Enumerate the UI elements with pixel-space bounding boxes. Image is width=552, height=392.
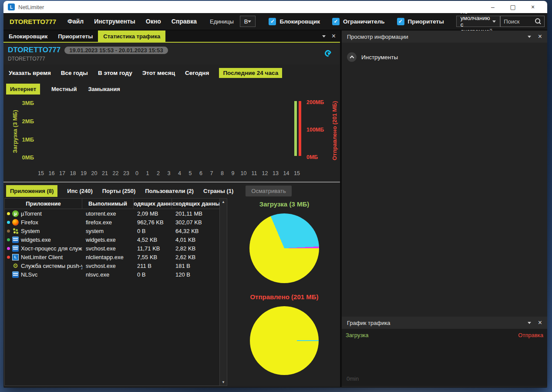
status-dot [7, 221, 10, 224]
table-row[interactable]: LNetLimiter Clientnlclientapp.exe7,55 KB… [5, 253, 219, 261]
x-axis-tick: 15 [291, 170, 303, 176]
panel-tab-0[interactable]: Блокировщик [3, 30, 53, 42]
table-scrollbar[interactable]: ▲ ▼ [219, 199, 227, 385]
scroll-down-icon[interactable]: ▼ [222, 380, 225, 384]
toggle-2[interactable]: ✓Приоритеты [397, 18, 444, 25]
category-tab-1[interactable]: Ипс (240) [67, 188, 92, 194]
column-header-0[interactable]: Приложение [5, 199, 82, 209]
menu-item-2[interactable]: Окно [146, 18, 161, 25]
category-tab-4[interactable]: Страны (1) [203, 188, 233, 194]
table-row[interactable]: Хост-процесс для службsvchost.exe11,71 K… [5, 244, 219, 253]
table-row[interactable]: µµTorrentutorrent.exe2,09 MB201,11 MB [5, 209, 219, 218]
netlimiter-icon: L [12, 254, 19, 260]
table-row[interactable]: NLSvcnlsvc.exe0 B120 B [5, 270, 219, 279]
upload-legend-label: Отправка [518, 332, 543, 338]
search-input[interactable] [504, 18, 535, 25]
window-icon [12, 271, 19, 278]
category-tab-3[interactable]: Пользователи (2) [145, 188, 194, 194]
table-row[interactable]: ⚙Служба системы push-увsvchost.exe211 B1… [5, 261, 219, 270]
close-button[interactable]: × [523, 1, 543, 13]
checkbox-icon[interactable]: ✓ [269, 18, 276, 25]
x-axis-tick: 5 [185, 170, 196, 176]
panel-menu-chevron-icon[interactable] [528, 36, 531, 40]
menu-bar: DTORETTO777 ФайлИнструментыОкноСправка Е… [3, 13, 547, 30]
panel-close-icon[interactable]: × [538, 319, 542, 326]
incoming-cell: 4,52 KB [134, 237, 172, 243]
exe-cell: svchost.exe [82, 245, 134, 252]
x-axis-tick: 18 [67, 170, 79, 176]
date-range-badge[interactable]: 19.01.2023 15:53 - 20.01.2023 15:53 [64, 47, 168, 54]
incoming-cell: 962,76 KB [134, 219, 172, 226]
panel-tabs: БлокировщикПриоритетыСтатистика трафика [3, 30, 165, 42]
scroll-up-icon[interactable]: ▲ [222, 200, 225, 204]
exe-cell: svchost.exe [82, 263, 134, 269]
window-icon [12, 245, 19, 252]
menu-item-0[interactable]: Файл [67, 18, 84, 25]
toggle-0[interactable]: ✓Блокировщик [269, 18, 320, 25]
scope-tab-0[interactable]: Интернет [6, 84, 40, 95]
panel-close-icon[interactable]: × [538, 33, 542, 40]
search-icon[interactable] [535, 18, 541, 24]
panel-tab-1[interactable]: Приоритеты [53, 30, 98, 42]
search-box[interactable] [500, 16, 545, 27]
time-filter-bar: Указать времяВсе годыВ этом годуЭтот мес… [9, 67, 282, 78]
column-header-2[interactable]: Входящих данных [134, 199, 172, 209]
utorrent-icon: µ [12, 210, 19, 217]
traffic-graph-panel: График трафика × Загрузка Отправка 0min [342, 317, 547, 386]
incoming-cell: 7,55 KB [134, 254, 172, 260]
x-axis-tick: 23 [121, 170, 132, 176]
time-filter-5[interactable]: Последние 24 часа [219, 68, 282, 78]
table-row[interactable]: widgets.exewidgets.exe4,52 KB4,01 KB [5, 235, 219, 244]
profile-name[interactable]: DTORETTO777 [10, 18, 56, 25]
panel-menu-chevron-icon[interactable] [322, 35, 326, 39]
time-filter-2[interactable]: В этом году [98, 70, 132, 76]
time-filter-0[interactable]: Указать время [9, 70, 51, 76]
outgoing-cell: 120 B [172, 271, 219, 278]
outgoing-cell: 302,07 KB [172, 219, 219, 226]
time-filter-4[interactable]: Сегодня [185, 70, 209, 76]
maximize-button[interactable]: ▢ [503, 1, 523, 13]
x-axis-tick: 20 [89, 170, 100, 176]
app-name: µTorrent [21, 210, 42, 217]
app-cell: µµTorrent [5, 210, 82, 217]
feature-toggles: ✓Блокировщик✓Ограничитель✓Приоритеты [269, 18, 444, 25]
time-filter-1[interactable]: Все годы [61, 70, 88, 76]
menu-item-1[interactable]: Инструменты [94, 18, 135, 25]
table-row[interactable]: Systemsystem0 B64,32 KB [5, 226, 219, 235]
time-filter-3[interactable]: Этот месяц [142, 70, 175, 76]
inspect-button[interactable]: Осматривать [246, 186, 291, 196]
app-cell: Хост-процесс для служб [5, 245, 82, 252]
column-header-1[interactable]: Выполнимый [82, 199, 134, 209]
status-dot [7, 230, 10, 233]
checkbox-icon[interactable]: ✓ [397, 18, 404, 25]
tools-expander[interactable]: Инструменты [347, 52, 398, 62]
panel-menu-chevron-icon[interactable] [528, 322, 531, 326]
x-axis-tick: 14 [281, 170, 292, 176]
units-select[interactable]: В [240, 16, 256, 27]
applications-table: ПриложениеВыполнимыйВходящих данныхИсход… [4, 198, 227, 386]
collapse-circle-icon[interactable] [347, 52, 357, 62]
panel-tab-2[interactable]: Статистика трафика [98, 30, 165, 42]
scope-tab-1[interactable]: Местный [51, 86, 77, 92]
app-cell: NLSvc [5, 271, 82, 278]
exe-cell: widgets.exe [82, 237, 134, 243]
info-viewer-panel: Просмотр информации × Инструменты График… [342, 30, 547, 387]
table-row[interactable]: Firefoxfirefox.exe962,76 KB302,07 KB [5, 218, 219, 226]
scope-tab-2[interactable]: Замыкания [88, 86, 120, 92]
category-tab-0[interactable]: Приложения (8) [6, 185, 57, 197]
right-axis-tick: 100МБ [306, 127, 327, 133]
menu-item-3[interactable]: Справка [172, 18, 197, 25]
view-select[interactable]: По умолчанию с диаграммой [456, 16, 501, 27]
toggle-label: Приоритеты [408, 18, 444, 25]
category-tab-2[interactable]: Порты (250) [102, 188, 135, 194]
upload-bar [299, 101, 301, 156]
incoming-cell: 2,09 MB [134, 210, 172, 217]
checkbox-icon[interactable]: ✓ [332, 18, 340, 25]
column-header-3[interactable]: Исходящих данных [172, 199, 219, 209]
main-menu: ФайлИнструментыОкноСправка [67, 18, 197, 25]
toggle-1[interactable]: ✓Ограничитель [332, 18, 384, 25]
splitter-handle[interactable] [3, 182, 340, 182]
app-cell: ⚙Служба системы push-ув [5, 263, 82, 269]
stats-user-title: DTORETTO777 [8, 46, 61, 54]
panel-close-icon[interactable]: × [332, 33, 336, 40]
